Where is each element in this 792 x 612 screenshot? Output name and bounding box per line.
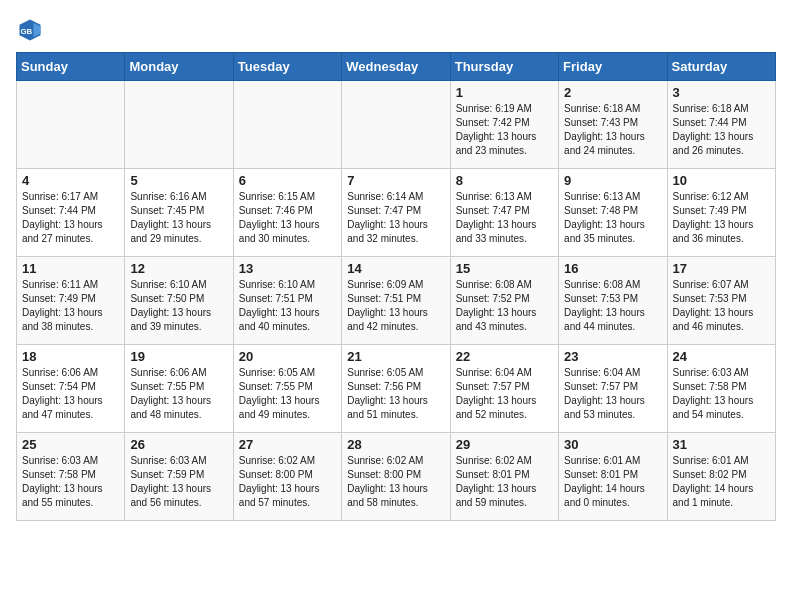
day-number: 30 [564, 437, 661, 452]
day-info: Sunrise: 6:01 AM Sunset: 8:01 PM Dayligh… [564, 454, 661, 510]
calendar-cell: 3Sunrise: 6:18 AM Sunset: 7:44 PM Daylig… [667, 81, 775, 169]
weekday-header-thursday: Thursday [450, 53, 558, 81]
day-info: Sunrise: 6:14 AM Sunset: 7:47 PM Dayligh… [347, 190, 444, 246]
day-info: Sunrise: 6:12 AM Sunset: 7:49 PM Dayligh… [673, 190, 770, 246]
calendar-cell: 5Sunrise: 6:16 AM Sunset: 7:45 PM Daylig… [125, 169, 233, 257]
day-info: Sunrise: 6:16 AM Sunset: 7:45 PM Dayligh… [130, 190, 227, 246]
day-info: Sunrise: 6:04 AM Sunset: 7:57 PM Dayligh… [456, 366, 553, 422]
day-number: 24 [673, 349, 770, 364]
calendar-cell: 11Sunrise: 6:11 AM Sunset: 7:49 PM Dayli… [17, 257, 125, 345]
calendar-cell: 27Sunrise: 6:02 AM Sunset: 8:00 PM Dayli… [233, 433, 341, 521]
weekday-header-monday: Monday [125, 53, 233, 81]
day-info: Sunrise: 6:10 AM Sunset: 7:51 PM Dayligh… [239, 278, 336, 334]
week-row-3: 11Sunrise: 6:11 AM Sunset: 7:49 PM Dayli… [17, 257, 776, 345]
calendar-cell [233, 81, 341, 169]
calendar-cell: 28Sunrise: 6:02 AM Sunset: 8:00 PM Dayli… [342, 433, 450, 521]
weekday-header-row: SundayMondayTuesdayWednesdayThursdayFrid… [17, 53, 776, 81]
day-info: Sunrise: 6:17 AM Sunset: 7:44 PM Dayligh… [22, 190, 119, 246]
calendar-cell: 19Sunrise: 6:06 AM Sunset: 7:55 PM Dayli… [125, 345, 233, 433]
calendar-cell: 6Sunrise: 6:15 AM Sunset: 7:46 PM Daylig… [233, 169, 341, 257]
day-number: 8 [456, 173, 553, 188]
calendar-cell [17, 81, 125, 169]
calendar-cell: 2Sunrise: 6:18 AM Sunset: 7:43 PM Daylig… [559, 81, 667, 169]
day-number: 19 [130, 349, 227, 364]
calendar-cell: 23Sunrise: 6:04 AM Sunset: 7:57 PM Dayli… [559, 345, 667, 433]
day-info: Sunrise: 6:08 AM Sunset: 7:52 PM Dayligh… [456, 278, 553, 334]
day-info: Sunrise: 6:02 AM Sunset: 8:00 PM Dayligh… [239, 454, 336, 510]
calendar-cell: 13Sunrise: 6:10 AM Sunset: 7:51 PM Dayli… [233, 257, 341, 345]
day-info: Sunrise: 6:13 AM Sunset: 7:48 PM Dayligh… [564, 190, 661, 246]
day-info: Sunrise: 6:08 AM Sunset: 7:53 PM Dayligh… [564, 278, 661, 334]
day-number: 12 [130, 261, 227, 276]
weekday-header-friday: Friday [559, 53, 667, 81]
week-row-4: 18Sunrise: 6:06 AM Sunset: 7:54 PM Dayli… [17, 345, 776, 433]
calendar-cell: 4Sunrise: 6:17 AM Sunset: 7:44 PM Daylig… [17, 169, 125, 257]
calendar-cell: 24Sunrise: 6:03 AM Sunset: 7:58 PM Dayli… [667, 345, 775, 433]
day-info: Sunrise: 6:03 AM Sunset: 7:58 PM Dayligh… [22, 454, 119, 510]
day-info: Sunrise: 6:18 AM Sunset: 7:44 PM Dayligh… [673, 102, 770, 158]
day-info: Sunrise: 6:03 AM Sunset: 7:59 PM Dayligh… [130, 454, 227, 510]
day-number: 21 [347, 349, 444, 364]
day-info: Sunrise: 6:01 AM Sunset: 8:02 PM Dayligh… [673, 454, 770, 510]
day-number: 14 [347, 261, 444, 276]
calendar-cell [342, 81, 450, 169]
calendar-cell: 30Sunrise: 6:01 AM Sunset: 8:01 PM Dayli… [559, 433, 667, 521]
day-info: Sunrise: 6:02 AM Sunset: 8:01 PM Dayligh… [456, 454, 553, 510]
day-number: 16 [564, 261, 661, 276]
day-info: Sunrise: 6:06 AM Sunset: 7:55 PM Dayligh… [130, 366, 227, 422]
day-number: 20 [239, 349, 336, 364]
logo: GB [16, 16, 48, 44]
day-number: 9 [564, 173, 661, 188]
day-info: Sunrise: 6:07 AM Sunset: 7:53 PM Dayligh… [673, 278, 770, 334]
day-info: Sunrise: 6:05 AM Sunset: 7:55 PM Dayligh… [239, 366, 336, 422]
day-number: 28 [347, 437, 444, 452]
weekday-header-saturday: Saturday [667, 53, 775, 81]
calendar-cell: 25Sunrise: 6:03 AM Sunset: 7:58 PM Dayli… [17, 433, 125, 521]
day-number: 29 [456, 437, 553, 452]
day-info: Sunrise: 6:10 AM Sunset: 7:50 PM Dayligh… [130, 278, 227, 334]
day-number: 27 [239, 437, 336, 452]
weekday-header-tuesday: Tuesday [233, 53, 341, 81]
calendar-cell: 14Sunrise: 6:09 AM Sunset: 7:51 PM Dayli… [342, 257, 450, 345]
weekday-header-sunday: Sunday [17, 53, 125, 81]
calendar-cell [125, 81, 233, 169]
page-header: GB [16, 16, 776, 44]
calendar-cell: 8Sunrise: 6:13 AM Sunset: 7:47 PM Daylig… [450, 169, 558, 257]
calendar-cell: 7Sunrise: 6:14 AM Sunset: 7:47 PM Daylig… [342, 169, 450, 257]
svg-text:GB: GB [20, 27, 32, 36]
calendar-cell: 21Sunrise: 6:05 AM Sunset: 7:56 PM Dayli… [342, 345, 450, 433]
day-info: Sunrise: 6:15 AM Sunset: 7:46 PM Dayligh… [239, 190, 336, 246]
week-row-1: 1Sunrise: 6:19 AM Sunset: 7:42 PM Daylig… [17, 81, 776, 169]
calendar-cell: 18Sunrise: 6:06 AM Sunset: 7:54 PM Dayli… [17, 345, 125, 433]
day-number: 4 [22, 173, 119, 188]
calendar-table: SundayMondayTuesdayWednesdayThursdayFrid… [16, 52, 776, 521]
calendar-cell: 29Sunrise: 6:02 AM Sunset: 8:01 PM Dayli… [450, 433, 558, 521]
day-info: Sunrise: 6:04 AM Sunset: 7:57 PM Dayligh… [564, 366, 661, 422]
day-number: 11 [22, 261, 119, 276]
calendar-cell: 12Sunrise: 6:10 AM Sunset: 7:50 PM Dayli… [125, 257, 233, 345]
calendar-cell: 16Sunrise: 6:08 AM Sunset: 7:53 PM Dayli… [559, 257, 667, 345]
day-number: 6 [239, 173, 336, 188]
day-number: 3 [673, 85, 770, 100]
calendar-cell: 15Sunrise: 6:08 AM Sunset: 7:52 PM Dayli… [450, 257, 558, 345]
weekday-header-wednesday: Wednesday [342, 53, 450, 81]
day-info: Sunrise: 6:06 AM Sunset: 7:54 PM Dayligh… [22, 366, 119, 422]
day-number: 13 [239, 261, 336, 276]
calendar-cell: 10Sunrise: 6:12 AM Sunset: 7:49 PM Dayli… [667, 169, 775, 257]
week-row-2: 4Sunrise: 6:17 AM Sunset: 7:44 PM Daylig… [17, 169, 776, 257]
day-number: 25 [22, 437, 119, 452]
day-info: Sunrise: 6:18 AM Sunset: 7:43 PM Dayligh… [564, 102, 661, 158]
day-number: 5 [130, 173, 227, 188]
day-number: 31 [673, 437, 770, 452]
day-number: 23 [564, 349, 661, 364]
calendar-cell: 1Sunrise: 6:19 AM Sunset: 7:42 PM Daylig… [450, 81, 558, 169]
day-number: 22 [456, 349, 553, 364]
calendar-cell: 20Sunrise: 6:05 AM Sunset: 7:55 PM Dayli… [233, 345, 341, 433]
calendar-cell: 31Sunrise: 6:01 AM Sunset: 8:02 PM Dayli… [667, 433, 775, 521]
day-info: Sunrise: 6:05 AM Sunset: 7:56 PM Dayligh… [347, 366, 444, 422]
day-info: Sunrise: 6:13 AM Sunset: 7:47 PM Dayligh… [456, 190, 553, 246]
logo-icon: GB [16, 16, 44, 44]
day-number: 1 [456, 85, 553, 100]
day-info: Sunrise: 6:19 AM Sunset: 7:42 PM Dayligh… [456, 102, 553, 158]
day-number: 2 [564, 85, 661, 100]
